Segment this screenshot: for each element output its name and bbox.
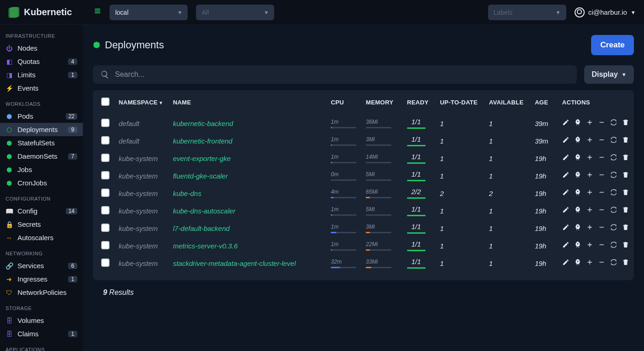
edit-action-icon[interactable] bbox=[562, 136, 569, 145]
row-checkbox[interactable] bbox=[101, 189, 109, 197]
sidebar-item-services[interactable]: 🔗Services6 bbox=[0, 259, 83, 272]
plus-action-icon[interactable] bbox=[586, 119, 593, 128]
trash-action-icon[interactable] bbox=[622, 189, 629, 198]
edit-action-icon[interactable] bbox=[562, 259, 569, 268]
plus-action-icon[interactable] bbox=[586, 154, 593, 163]
table-row[interactable]: kube-systemstackdriver-metadata-agent-cl… bbox=[93, 254, 634, 272]
rocket-action-icon[interactable] bbox=[574, 189, 581, 198]
rocket-action-icon[interactable] bbox=[574, 136, 581, 145]
refresh-action-icon[interactable] bbox=[610, 259, 617, 268]
sidebar-item-deployments[interactable]: ⬡Deployments9 bbox=[0, 123, 83, 136]
plus-action-icon[interactable] bbox=[586, 224, 593, 233]
table-row[interactable]: kube-systemkube-dns-autoscaler1m5Mi1/111… bbox=[93, 202, 634, 219]
cell-name[interactable]: kubernetic-frontend bbox=[173, 137, 232, 145]
minus-action-icon[interactable] bbox=[598, 136, 605, 145]
col-cpu[interactable]: CPU bbox=[326, 90, 361, 115]
minus-action-icon[interactable] bbox=[598, 206, 605, 215]
col-memory[interactable]: MEMORY bbox=[361, 90, 402, 115]
cell-name[interactable]: kube-dns-autoscaler bbox=[173, 207, 236, 215]
sidebar-item-claims[interactable]: 🗄Claims1 bbox=[0, 327, 83, 340]
row-checkbox[interactable] bbox=[101, 241, 109, 249]
cell-name[interactable]: fluentd-gke-scaler bbox=[173, 172, 228, 180]
table-row[interactable]: kube-systemmetrics-server-v0.3.61m22Mi1/… bbox=[93, 237, 634, 254]
col-uptodate[interactable]: UP-TO-DATE bbox=[435, 90, 484, 115]
rocket-action-icon[interactable] bbox=[574, 154, 581, 163]
edit-action-icon[interactable] bbox=[562, 241, 569, 250]
sidebar-item-networkpolicies[interactable]: 🛡NetworkPolicies bbox=[0, 286, 83, 299]
trash-action-icon[interactable] bbox=[622, 259, 629, 268]
refresh-action-icon[interactable] bbox=[610, 241, 617, 250]
edit-action-icon[interactable] bbox=[562, 171, 569, 180]
refresh-action-icon[interactable] bbox=[610, 189, 617, 198]
row-checkbox[interactable] bbox=[101, 259, 109, 267]
sidebar-item-cronjobs[interactable]: ⬢CronJobs bbox=[0, 176, 83, 190]
cell-name[interactable]: event-exporter-gke bbox=[173, 155, 231, 162]
edit-action-icon[interactable] bbox=[562, 189, 569, 198]
minus-action-icon[interactable] bbox=[598, 154, 605, 163]
namespace-select[interactable]: All ▼ bbox=[196, 5, 274, 20]
rocket-action-icon[interactable] bbox=[574, 224, 581, 233]
context-icon[interactable] bbox=[94, 7, 101, 17]
rocket-action-icon[interactable] bbox=[574, 241, 581, 250]
plus-action-icon[interactable] bbox=[586, 189, 593, 198]
search-input[interactable] bbox=[115, 70, 569, 79]
trash-action-icon[interactable] bbox=[622, 171, 629, 180]
table-row[interactable]: kube-systemkube-dns4m65Mi2/22219h bbox=[93, 184, 634, 202]
plus-action-icon[interactable] bbox=[586, 259, 593, 268]
sidebar-item-pods[interactable]: ⬢Pods22 bbox=[0, 109, 83, 123]
row-checkbox[interactable] bbox=[101, 136, 109, 144]
row-checkbox[interactable] bbox=[101, 171, 109, 179]
sidebar-item-statefulsets[interactable]: ⬢StatefulSets bbox=[0, 136, 83, 150]
refresh-action-icon[interactable] bbox=[610, 136, 617, 145]
plus-action-icon[interactable] bbox=[586, 171, 593, 180]
search-box[interactable] bbox=[93, 65, 577, 84]
sidebar-item-jobs[interactable]: ⬢Jobs bbox=[0, 163, 83, 176]
sidebar-item-events[interactable]: ⚡Events bbox=[0, 81, 83, 95]
labels-select[interactable]: Labels ▼ bbox=[488, 5, 566, 20]
table-row[interactable]: kube-systeml7-default-backend1m3Mi1/1111… bbox=[93, 219, 634, 237]
cell-name[interactable]: l7-default-backend bbox=[173, 224, 230, 232]
table-row[interactable]: defaultkubernetic-backend1m36Mi1/11139m bbox=[93, 115, 634, 132]
trash-action-icon[interactable] bbox=[622, 206, 629, 215]
cell-name[interactable]: metrics-server-v0.3.6 bbox=[173, 242, 238, 250]
sidebar-item-config[interactable]: 📖Config14 bbox=[0, 204, 83, 218]
row-checkbox[interactable] bbox=[101, 154, 109, 162]
table-row[interactable]: kube-systemevent-exporter-gke1m14Mi1/111… bbox=[93, 150, 634, 167]
refresh-action-icon[interactable] bbox=[610, 154, 617, 163]
col-namespace[interactable]: NAMESPACE▼ bbox=[114, 90, 168, 115]
col-ready[interactable]: READY bbox=[402, 90, 436, 115]
cell-name[interactable]: kubernetic-backend bbox=[173, 120, 233, 127]
cell-name[interactable]: stackdriver-metadata-agent-cluster-level bbox=[173, 259, 296, 267]
rocket-action-icon[interactable] bbox=[574, 259, 581, 268]
sidebar-item-limits[interactable]: ◨Limits1 bbox=[0, 68, 83, 81]
user-menu[interactable]: ci@harbur.io ▼ bbox=[575, 7, 636, 17]
row-checkbox[interactable] bbox=[101, 119, 109, 127]
trash-action-icon[interactable] bbox=[622, 154, 629, 163]
sidebar-item-ingresses[interactable]: ➜Ingresses1 bbox=[0, 272, 83, 286]
sidebar-item-quotas[interactable]: ◧Quotas4 bbox=[0, 55, 83, 68]
context-select[interactable]: local ▼ bbox=[109, 5, 188, 20]
edit-action-icon[interactable] bbox=[562, 154, 569, 163]
minus-action-icon[interactable] bbox=[598, 224, 605, 233]
trash-action-icon[interactable] bbox=[622, 136, 629, 145]
sidebar-item-nodes[interactable]: ⏻Nodes bbox=[0, 41, 83, 55]
sidebar-item-secrets[interactable]: 🔒Secrets bbox=[0, 218, 83, 231]
rocket-action-icon[interactable] bbox=[574, 171, 581, 180]
cell-name[interactable]: kube-dns bbox=[173, 190, 201, 197]
refresh-action-icon[interactable] bbox=[610, 224, 617, 233]
minus-action-icon[interactable] bbox=[598, 241, 605, 250]
trash-action-icon[interactable] bbox=[622, 241, 629, 250]
refresh-action-icon[interactable] bbox=[610, 119, 617, 128]
sidebar-item-volumes[interactable]: 🗄Volumes bbox=[0, 314, 83, 327]
refresh-action-icon[interactable] bbox=[610, 171, 617, 180]
plus-action-icon[interactable] bbox=[586, 136, 593, 145]
row-checkbox[interactable] bbox=[101, 224, 109, 232]
minus-action-icon[interactable] bbox=[598, 259, 605, 268]
table-row[interactable]: kube-systemfluentd-gke-scaler0m5Mi1/1111… bbox=[93, 167, 634, 184]
sidebar-item-autoscalers[interactable]: ↔Autoscalers bbox=[0, 231, 83, 244]
create-button[interactable]: Create bbox=[591, 35, 634, 55]
rocket-action-icon[interactable] bbox=[574, 119, 581, 128]
sidebar-item-daemonsets[interactable]: ⬢DaemonSets7 bbox=[0, 150, 83, 163]
edit-action-icon[interactable] bbox=[562, 224, 569, 233]
minus-action-icon[interactable] bbox=[598, 119, 605, 128]
